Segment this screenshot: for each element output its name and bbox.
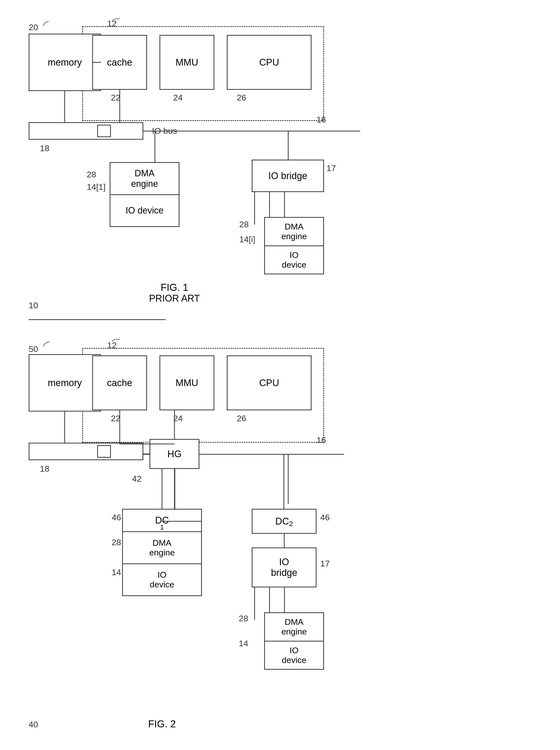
vline-bridge1-fig2 [254, 587, 255, 620]
cache-label-fig1: cache [107, 57, 132, 68]
memory-label-fig2: memory [48, 378, 82, 388]
cpu-label-fig1: CPU [259, 57, 279, 68]
cpu-label-fig2: CPU [259, 378, 279, 388]
label-16-fig1: 16 [316, 115, 326, 124]
memory-box-fig2: memory [29, 354, 101, 412]
io-device2-label-fig1: IO device [282, 250, 306, 270]
fig2-caption: FIG. 2 [125, 718, 200, 730]
cache-label-fig2: cache [107, 378, 132, 388]
cache-to-bus-vline-fig1 [119, 90, 120, 123]
dma-io-box-fig1: DMA engine IO device [110, 162, 180, 227]
label-16-fig2: 16 [316, 435, 326, 445]
io-device1-label-fig2: IO device [150, 570, 174, 589]
label-24-fig2: 24 [173, 414, 183, 423]
io-bridge-box-fig2: IO bridge [252, 548, 316, 587]
label-26-fig2: 26 [237, 414, 246, 423]
label-28b-fig1: 28 [239, 219, 249, 229]
label-46b: 46 [320, 513, 330, 522]
label-28a-fig1: 28 [87, 170, 96, 179]
cache-box-fig2: cache [92, 355, 147, 410]
separator-line [29, 319, 166, 320]
dma-engine2-label-fig1: DMA engine [282, 222, 307, 241]
diagram-container: 20 12 memory cache MMU CPU 22 24 26 IO b… [0, 0, 560, 750]
dc2-sub-label: 2 [289, 520, 293, 528]
hline-bus-to-hg-fig2 [143, 454, 149, 455]
cpu-box-fig1: CPU [227, 35, 312, 90]
dc1-box-fig2: DC 1 DMA engine IO device [122, 509, 202, 596]
dma-engine2-label-fig2: DMA engine [282, 617, 307, 636]
memory-to-bus-vline-fig2 [64, 412, 65, 444]
label-24-fig1: 24 [173, 93, 183, 102]
cache-to-bus-vline-fig2 [119, 410, 120, 444]
fig1-subtitle: PRIOR ART [125, 293, 224, 304]
io-bridge-label-fig2: IO bridge [271, 557, 297, 578]
label-28b-fig2: 28 [239, 614, 248, 623]
bus-bracket-fig1 [29, 122, 143, 140]
dma-io-box-right-fig1: DMA engine IO device [264, 217, 324, 274]
vline-dc2-to-bridge-fig2 [284, 534, 285, 548]
label-40: 40 [29, 719, 38, 729]
mmu-label-fig1: MMU [176, 57, 199, 68]
memory-label-fig1: memory [48, 57, 82, 68]
dc2-box-fig2: DC 2 [252, 509, 316, 534]
mmu-box-fig1: MMU [160, 35, 214, 90]
label-22-fig2: 22 [111, 414, 120, 423]
label-18-fig2: 18 [40, 464, 49, 474]
fig1-title: FIG. 1 [125, 282, 224, 293]
io-bridge-box-fig1: IO bridge [252, 160, 324, 192]
dma-engine1-label-fig1: DMA engine [131, 168, 158, 189]
fig2-title: FIG. 2 [125, 718, 200, 730]
memory-to-bus-vline-fig1 [64, 91, 65, 123]
bus-bracket-fig2 [29, 443, 143, 460]
label-17-fig1: 17 [327, 163, 336, 173]
cache-box-fig1: cache [92, 35, 147, 90]
label-14a-fig2: 14 [112, 568, 121, 577]
vline-bridge1-fig1 [254, 192, 255, 224]
mmu-box-fig2: MMU [160, 355, 214, 410]
label-42: 42 [132, 474, 142, 483]
hg-box-fig2: HG [149, 439, 200, 469]
dma-engine1-label-fig2: DMA engine [149, 538, 175, 557]
hg-label-fig2: HG [167, 449, 182, 459]
label-10: 10 [29, 300, 38, 310]
io-bus-hline-fig1 [143, 131, 360, 132]
label-14-i-fig1: 14[i] [239, 234, 255, 244]
label-28a-fig2: 28 [112, 537, 121, 547]
io-bus-hline-fig2 [200, 454, 344, 455]
vline-to-dc2-fig2 [288, 454, 289, 504]
io-device1-label-fig1: IO device [126, 205, 164, 216]
label-50: 50 [29, 344, 38, 354]
dc1-sub-label: 1 [160, 523, 164, 531]
label-22-fig1: 22 [111, 93, 120, 102]
label-14-1-fig1: 14[1] [87, 182, 106, 192]
memory-box-fig1: memory [29, 34, 101, 91]
cpu-box-fig2: CPU [227, 355, 312, 410]
label-46a: 46 [112, 513, 121, 522]
mmu-label-fig2: MMU [176, 378, 199, 388]
fig1-caption: FIG. 1 PRIOR ART [125, 282, 224, 304]
io-device2-label-fig2: IO device [282, 646, 306, 665]
label-14b-fig2: 14 [239, 638, 248, 648]
bus-small-sq-fig2 [97, 445, 111, 458]
dc2-label: DC [275, 516, 289, 527]
label-17-fig2: 17 [320, 559, 330, 568]
io-bridge-label-fig1: IO bridge [268, 171, 307, 181]
label-26-fig1: 26 [237, 93, 246, 102]
label-18-fig1: 18 [40, 143, 49, 153]
bus-small-sq-fig1 [97, 125, 111, 137]
dma-io-box-bottom-fig2: DMA engine IO device [264, 612, 324, 670]
label-20: 20 [29, 22, 38, 32]
